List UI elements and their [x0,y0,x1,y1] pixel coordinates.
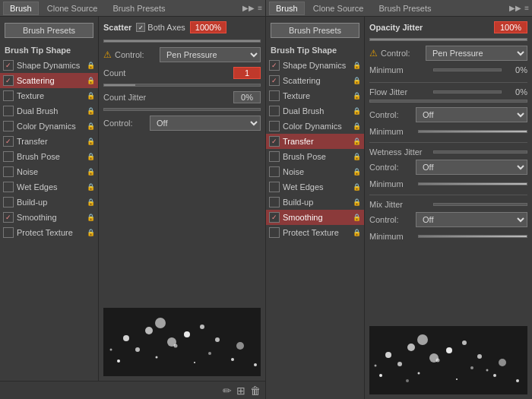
opacity-slider[interactable] [369,38,527,41]
scatter-slider[interactable] [103,40,261,43]
right-check-smoothing[interactable] [269,212,280,223]
left-check-color[interactable] [3,121,14,131]
left-check-noise[interactable] [3,166,14,177]
left-tab-overflow[interactable]: ▶▶ ≡ [242,4,262,12]
left-bottom-icon3[interactable]: 🗑 [250,385,261,397]
svg-point-33 [462,340,467,345]
left-bottom-icon2[interactable]: ⊞ [236,385,245,397]
left-item-buildup[interactable]: Build-up 🔒 [0,195,98,210]
mix-min-slider[interactable] [418,235,527,238]
wetness-control-select[interactable]: Off Pen Pressure [416,160,527,175]
left-item-brush-pose[interactable]: Brush Pose 🔒 [0,149,98,164]
control2-select[interactable]: Off Pen Pressure Fade [150,116,261,131]
right-check-transfer[interactable] [269,136,280,147]
left-lock-shape: 🔒 [86,61,95,70]
right-item-noise[interactable]: Noise 🔒 [266,164,364,179]
right-item-wet-edges[interactable]: Wet Edges 🔒 [266,179,364,195]
flow-min-slider[interactable] [418,130,527,133]
right-check-color[interactable] [269,121,280,131]
both-axes-checkbox[interactable]: ✓ Both Axes [136,23,185,32]
left-check-buildup[interactable] [3,197,14,207]
right-tab-brush[interactable]: Brush [269,2,305,15]
right-check-buildup[interactable] [269,197,280,207]
left-tab-brush[interactable]: Brush [3,2,39,15]
right-item-brush-pose[interactable]: Brush Pose 🔒 [266,149,364,164]
wetness-min-slider[interactable] [418,182,527,185]
mix-slider[interactable] [433,203,527,206]
left-item-texture[interactable]: Texture 🔒 [0,88,98,103]
left-lock-texture: 🔒 [86,91,95,100]
both-axes-check-box[interactable]: ✓ [136,23,145,32]
right-item-shape-dynamics[interactable]: Shape Dynamics 🔒 [266,58,364,73]
count-slider[interactable] [103,84,261,87]
wetness-slider[interactable] [433,150,527,154]
left-check-scattering[interactable] [3,75,14,86]
right-item-color-dynamics[interactable]: Color Dynamics 🔒 [266,119,364,134]
left-check-transfer[interactable] [3,136,14,147]
svg-point-31 [516,379,519,382]
count-jitter-input[interactable] [233,91,261,103]
flow-slider[interactable] [369,100,527,103]
left-check-shape[interactable] [3,60,14,71]
right-check-noise[interactable] [269,166,280,177]
right-check-shape[interactable] [269,60,280,71]
scatter-control-select[interactable]: Pen Pressure Off Fade [160,47,261,62]
left-item-protect-texture[interactable]: Protect Texture 🔒 [0,225,98,240]
count-input[interactable] [233,67,261,79]
left-check-smoothing[interactable] [3,212,14,223]
right-item-scattering[interactable]: Scattering 🔒 [266,73,364,88]
left-tab-clone[interactable]: Clone Source [40,2,105,15]
right-tab-presets[interactable]: Brush Presets [372,2,438,15]
right-tab-clone[interactable]: Clone Source [306,2,371,15]
right-item-buildup[interactable]: Build-up 🔒 [266,195,364,210]
left-lock-dual: 🔒 [86,106,95,116]
left-check-pose[interactable] [3,151,14,162]
flow-control-select[interactable]: Off Pen Pressure [416,107,527,122]
right-lock-buildup: 🔒 [352,198,361,207]
right-item-transfer[interactable]: Transfer 🔒 [266,134,364,149]
left-item-smoothing[interactable]: Smoothing 🔒 [0,210,98,225]
right-item-dual-brush[interactable]: Dual Brush 🔒 [266,103,364,119]
opacity-min-slider[interactable] [433,68,502,71]
left-tab-presets[interactable]: Brush Presets [106,2,172,15]
left-item-dual-brush[interactable]: Dual Brush 🔒 [0,103,98,119]
left-item-wet-edges[interactable]: Wet Edges 🔒 [0,179,98,195]
left-bottom-icon1[interactable]: ✏ [223,385,232,397]
left-item-noise[interactable]: Noise 🔒 [0,164,98,179]
right-item-texture[interactable]: Texture 🔒 [266,88,364,103]
right-tab-overflow[interactable]: ▶▶ ≡ [509,4,529,12]
count-slider-fill [104,84,135,86]
left-main-area: Scatter ✓ Both Axes 1000% ⚠ Control: [99,17,265,381]
opacity-control-select[interactable]: Pen Pressure Off Fade [426,46,527,61]
mix-control-select[interactable]: Off Pen Pressure [416,212,527,227]
left-item-scattering[interactable]: Scattering 🔒 [0,73,98,88]
flow-jitter-row: Flow Jitter 0% [369,87,527,97]
right-brush-presets-button[interactable]: Brush Presets [271,23,359,38]
right-check-scattering[interactable] [269,75,280,86]
right-check-wet[interactable] [269,182,280,192]
right-item-protect-texture[interactable]: Protect Texture 🔒 [266,225,364,240]
right-check-pose[interactable] [269,151,280,162]
left-lock-color: 🔒 [86,122,95,131]
left-check-wet[interactable] [3,182,14,192]
svg-point-24 [407,344,415,351]
right-check-dual[interactable] [269,106,280,116]
count-jitter-slider[interactable] [103,108,261,111]
left-check-protect[interactable] [3,227,14,238]
right-check-texture[interactable] [269,90,280,101]
svg-point-32 [417,334,428,345]
left-tab-bar: Brush Clone Source Brush Presets ▶▶ ≡ [0,0,265,17]
left-brush-presets-button[interactable]: Brush Presets [5,23,93,38]
flow-jitter-slider[interactable] [433,90,502,93]
left-item-transfer[interactable]: Transfer 🔒 [0,134,98,149]
right-lock-texture: 🔒 [352,91,361,100]
right-check-protect[interactable] [269,227,280,238]
right-preview [369,326,527,394]
left-check-texture[interactable] [3,90,14,101]
left-item-color-dynamics[interactable]: Color Dynamics 🔒 [0,119,98,134]
left-check-dual[interactable] [3,106,14,116]
left-item-shape-dynamics[interactable]: Shape Dynamics 🔒 [0,58,98,73]
right-item-smoothing[interactable]: Smoothing 🔒 [266,210,364,225]
wetness-min-row: Minimum [369,179,527,188]
svg-point-1 [135,347,140,352]
